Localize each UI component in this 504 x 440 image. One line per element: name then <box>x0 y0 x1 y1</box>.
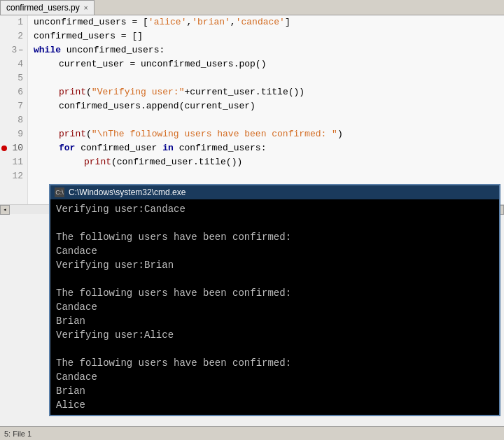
tab-close-button[interactable]: × <box>84 4 88 12</box>
line-num-5: 5 <box>0 71 27 85</box>
code-content[interactable]: unconfirmed_users = ['alice','brian','ca… <box>28 15 504 204</box>
line-num-9: 9 <box>0 127 27 141</box>
line-num-7: 7 <box>0 99 27 113</box>
code-editor: 1 2 3 4 5 6 7 8 9 10 11 12 unconfirmed_u… <box>0 15 504 204</box>
cmd-line-11 <box>56 342 493 356</box>
cmd-window: C:\ C:\Windows\system32\cmd.exe Verifyin… <box>49 184 500 416</box>
cmd-titlebar: C:\ C:\Windows\system32\cmd.exe <box>50 185 499 199</box>
cmd-line-8: Candace <box>56 300 493 314</box>
cmd-line-14: Brian <box>56 384 493 398</box>
cmd-line-15: Alice <box>56 398 493 412</box>
code-line-4: current_user = unconfirmed_users.pop() <box>34 57 504 71</box>
line-num-1: 1 <box>0 15 27 29</box>
line-num-8: 8 <box>0 113 27 127</box>
code-line-9: print("\nThe following users have been c… <box>34 127 504 141</box>
line-num-11: 11 <box>0 155 27 169</box>
line-num-3: 3 <box>0 43 27 57</box>
cmd-line-10: Verifying user:Alice <box>56 328 493 342</box>
code-line-12 <box>34 169 504 183</box>
cmd-line-3: The following users have been confirmed: <box>56 230 493 244</box>
code-line-1: unconfirmed_users = ['alice','brian','ca… <box>34 15 504 29</box>
cmd-line-13: Candace <box>56 370 493 384</box>
line-num-6: 6 <box>0 85 27 99</box>
file-tab[interactable]: confirmed_users.py × <box>0 0 94 15</box>
line-num-2: 2 <box>0 29 27 43</box>
line-numbers: 1 2 3 4 5 6 7 8 9 10 11 12 <box>0 15 28 204</box>
line-num-12: 12 <box>0 169 27 183</box>
code-line-10: for confirmed_user in confirmed_users: <box>34 141 504 155</box>
cmd-line-5: Verifying user:Brian <box>56 258 493 272</box>
cmd-content: Verifying user:Candace The following use… <box>50 199 499 415</box>
line-num-4: 4 <box>0 57 27 71</box>
code-line-5 <box>34 71 504 85</box>
code-line-6: print("Verifying user:"+current_user.tit… <box>34 85 504 99</box>
code-line-2: confirmed_users = [] <box>34 29 504 43</box>
cmd-line-1: Verifying user:Candace <box>56 202 493 216</box>
status-bar: 5: File 1 <box>0 426 504 440</box>
code-line-8 <box>34 113 504 127</box>
code-line-7: confirmed_users.append(current_user) <box>34 99 504 113</box>
cmd-icon: C:\ <box>55 187 64 197</box>
code-line-11: print(confirmed_user.title()) <box>34 155 504 169</box>
cmd-line-7: The following users have been confirmed: <box>56 286 493 300</box>
tab-label: confirmed_users.py <box>6 3 80 13</box>
cmd-line-2 <box>56 216 493 230</box>
code-line-3: while unconfirmed_users: <box>34 43 504 57</box>
cmd-title: C:\Windows\system32\cmd.exe <box>69 187 186 197</box>
cmd-line-9: Brian <box>56 314 493 328</box>
scroll-left-button[interactable]: ◂ <box>0 205 10 215</box>
cmd-line-12: The following users have been confirmed: <box>56 356 493 370</box>
cmd-line-4: Candace <box>56 244 493 258</box>
line-num-10: 10 <box>0 141 27 155</box>
tab-bar: confirmed_users.py × <box>0 0 504 15</box>
cmd-line-6 <box>56 272 493 286</box>
status-text: 5: File 1 <box>4 430 31 438</box>
